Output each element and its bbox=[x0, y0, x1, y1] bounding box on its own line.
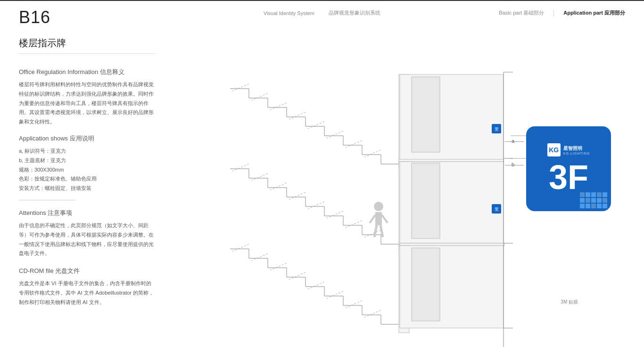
dot bbox=[591, 192, 596, 197]
sign-logo: KG 星智照明 KG-LIGHTING bbox=[547, 143, 590, 156]
dot bbox=[597, 198, 602, 203]
dot bbox=[603, 198, 607, 203]
header-title-cn: 品牌视觉形象识别系统 bbox=[329, 9, 380, 16]
header-title-en: Visual Identity System bbox=[264, 10, 314, 16]
sign-logo-cn: 星智照明 bbox=[563, 145, 590, 152]
section-divider bbox=[19, 200, 75, 200]
dot bbox=[580, 204, 585, 208]
label-line-b bbox=[505, 165, 524, 165]
list-item: 色彩：按规定标准色、辅助色应用 bbox=[19, 174, 156, 184]
header-app-part: Application part 应用部分 bbox=[563, 9, 625, 16]
header-divider bbox=[553, 10, 554, 16]
svg-rect-23 bbox=[399, 159, 504, 162]
dot bbox=[591, 198, 596, 203]
floor-sign-badge: KG 星智照明 KG-LIGHTING 3F bbox=[526, 126, 611, 211]
dot bbox=[580, 192, 585, 197]
section-info-body: 楼层符号牌利用材料的特性与空间的优势制作具有品牌视觉特征的标识牌结构，力求达到强… bbox=[19, 80, 156, 127]
sign-logo-icon: KG bbox=[547, 143, 561, 156]
dot bbox=[586, 192, 590, 197]
page-subtitle: 楼层指示牌 bbox=[19, 37, 156, 54]
dot bbox=[586, 198, 590, 203]
section-attention-title: Attentions 注意事项 bbox=[19, 209, 156, 217]
header-basic-part: Basic part 基础部分 bbox=[499, 9, 544, 16]
dot bbox=[597, 192, 602, 197]
section-app-title: Application shows 应用说明 bbox=[19, 134, 156, 143]
svg-rect-12 bbox=[412, 77, 440, 152]
svg-point-42 bbox=[374, 202, 383, 211]
header-right: Basic part 基础部分 Application part 应用部分 bbox=[499, 9, 625, 16]
list-item: a, 标识符号：亚克力 bbox=[19, 147, 156, 156]
dot bbox=[591, 204, 596, 208]
section-info-title: Office Regulation Information 信息释义 bbox=[19, 68, 156, 76]
main-area: .stair-line { stroke: #888; stroke-width… bbox=[165, 32, 625, 353]
list-item: 规格：300X300mm bbox=[19, 165, 156, 175]
label-3m: 3M 贴膜 bbox=[561, 299, 578, 305]
list-item: b, 主题底材：亚克力 bbox=[19, 156, 156, 165]
staircase-container: .stair-line { stroke: #888; stroke-width… bbox=[165, 32, 625, 353]
dot bbox=[597, 204, 602, 208]
section-cdrom-body: 光盘文件是本 VI 手册电子文件的集合，内含手册制作时的专用软件格式文件。其中 … bbox=[19, 279, 156, 307]
sign-floor-number: 3F bbox=[549, 160, 588, 194]
section-attention-body: 由于信息的不确定性，此页部分规范（如文字大小、间距等）可作为参考使用，具体可根据… bbox=[19, 221, 156, 258]
section-cdrom-title: CD-ROM file 光盘文件 bbox=[19, 267, 156, 275]
label-a: a bbox=[512, 138, 514, 144]
svg-rect-38 bbox=[400, 243, 504, 246]
list-item: 安装方式：螺栓固定、挂墙安装 bbox=[19, 184, 156, 193]
svg-rect-26 bbox=[412, 163, 440, 239]
header-center: Visual Identity System 品牌视觉形象识别系统 bbox=[264, 9, 380, 16]
page-header: B16 Visual Identity System 品牌视觉形象识别系统 Ba… bbox=[0, 0, 644, 27]
svg-text:里: 里 bbox=[495, 127, 499, 132]
svg-rect-41 bbox=[412, 248, 440, 321]
section-app-body: a, 标识符号：亚克力 b, 主题底材：亚克力 规格：300X300mm 色彩：… bbox=[19, 147, 156, 193]
left-panel: 楼层指示牌 Office Regulation Information 信息释义… bbox=[19, 32, 156, 353]
svg-text:里: 里 bbox=[495, 207, 499, 212]
label-b: b bbox=[512, 162, 514, 167]
label-line-a bbox=[505, 141, 524, 142]
sign-dots bbox=[580, 192, 607, 208]
dot bbox=[580, 198, 585, 203]
dot bbox=[586, 204, 590, 208]
dot bbox=[603, 204, 607, 208]
page-id: B16 bbox=[19, 8, 50, 27]
svg-rect-43 bbox=[375, 212, 382, 225]
page-content: 楼层指示牌 Office Regulation Information 信息释义… bbox=[0, 32, 644, 353]
dot bbox=[603, 192, 607, 197]
sign-logo-text: 星智照明 KG-LIGHTING bbox=[563, 145, 590, 155]
sign-logo-en: KG-LIGHTING bbox=[563, 152, 590, 155]
